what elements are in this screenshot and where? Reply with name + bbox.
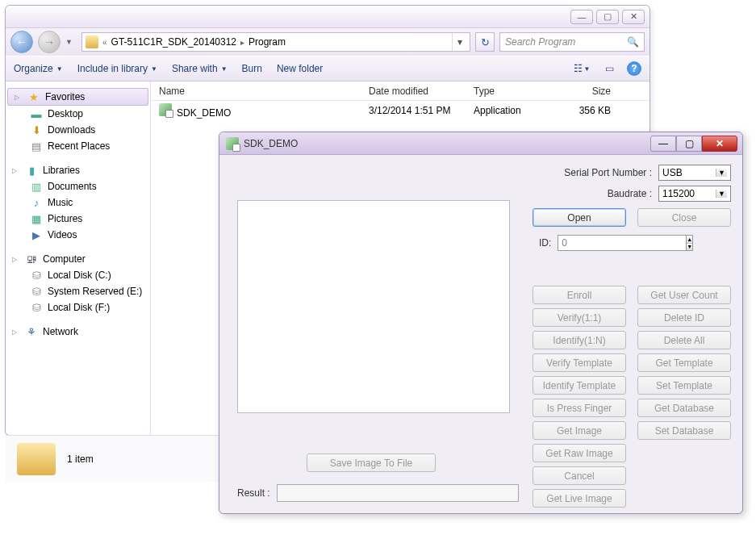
nav-favorites[interactable]: ▷★Favorites bbox=[7, 88, 148, 106]
chevron-down-icon: ▼ bbox=[716, 169, 727, 177]
verify-template-button[interactable]: Verify Template bbox=[533, 353, 626, 372]
disk-icon: ⛁ bbox=[30, 285, 43, 298]
nav-computer[interactable]: ▷🖳Computer bbox=[6, 251, 150, 267]
back-button[interactable]: ← bbox=[10, 31, 33, 53]
image-preview bbox=[237, 200, 510, 413]
breadcrumb[interactable]: « GT-511C1R_SDK_20140312 ▸ Program ▾ bbox=[81, 32, 470, 52]
maximize-button[interactable]: ▢ bbox=[596, 10, 619, 24]
organize-menu[interactable]: Organize▼ bbox=[14, 63, 63, 74]
close-button[interactable]: ✕ bbox=[622, 10, 645, 24]
verify-button[interactable]: Verify(1:1) bbox=[533, 308, 626, 327]
help-button[interactable]: ? bbox=[627, 61, 641, 76]
disk-icon: ⛁ bbox=[30, 269, 43, 282]
libraries-icon: ▮ bbox=[25, 164, 38, 177]
breadcrumb-prefix: « bbox=[102, 38, 107, 47]
chevron-right-icon: ▸ bbox=[240, 38, 244, 47]
serial-port-combo[interactable]: USB▼ bbox=[658, 165, 731, 181]
newfolder-button[interactable]: New folder bbox=[277, 63, 323, 74]
application-icon bbox=[226, 137, 239, 150]
identify-button[interactable]: Identify(1:N) bbox=[533, 331, 626, 349]
cancel-button[interactable]: Cancel bbox=[533, 466, 626, 485]
file-name: SDK_DEMO bbox=[177, 107, 231, 119]
nav-libraries[interactable]: ▷▮Libraries bbox=[6, 162, 150, 178]
get-database-button[interactable]: Get Database bbox=[637, 399, 731, 417]
share-menu[interactable]: Share with▼ bbox=[172, 63, 228, 74]
result-output bbox=[277, 484, 519, 502]
breadcrumb-seg[interactable]: Program bbox=[249, 36, 286, 48]
nav-network[interactable]: ▷⚘Network bbox=[6, 324, 150, 340]
forward-button[interactable]: → bbox=[38, 31, 61, 53]
get-template-button[interactable]: Get Template bbox=[637, 353, 731, 372]
get-live-image-button[interactable]: Get Live Image bbox=[533, 489, 626, 508]
spin-down[interactable]: ▼ bbox=[687, 244, 692, 251]
explorer-navbar: ← → ▼ « GT-511C1R_SDK_20140312 ▸ Program… bbox=[6, 28, 649, 56]
computer-icon: 🖳 bbox=[25, 253, 38, 265]
star-icon: ★ bbox=[27, 90, 40, 103]
music-icon: ♪ bbox=[30, 196, 43, 209]
file-row[interactable]: SDK_DEMO 3/12/2014 1:51 PM Application 3… bbox=[151, 101, 649, 120]
refresh-button[interactable]: ↻ bbox=[475, 32, 495, 52]
nav-music[interactable]: ♪Music bbox=[6, 194, 150, 211]
nav-documents[interactable]: ▥Documents bbox=[6, 178, 150, 194]
application-icon bbox=[159, 103, 172, 116]
delete-all-button[interactable]: Delete All bbox=[637, 331, 731, 349]
explorer-titlebar: ― ▢ ✕ bbox=[6, 6, 649, 28]
close-button[interactable]: ✕ bbox=[702, 136, 737, 152]
include-menu[interactable]: Include in library▼ bbox=[77, 63, 157, 74]
nav-pictures[interactable]: ▦Pictures bbox=[6, 211, 150, 227]
breadcrumb-dropdown[interactable]: ▾ bbox=[452, 33, 466, 51]
is-press-finger-button[interactable]: Is Press Finger bbox=[533, 399, 626, 417]
nav-disk-e[interactable]: ⛁System Reserved (E:) bbox=[6, 283, 150, 299]
id-input[interactable] bbox=[558, 235, 687, 251]
search-input[interactable]: Search Program 🔍 bbox=[499, 32, 645, 52]
file-size: 356 KB bbox=[554, 105, 619, 116]
history-dropdown[interactable]: ▼ bbox=[65, 38, 77, 46]
minimize-button[interactable]: ― bbox=[650, 136, 676, 152]
search-placeholder: Search Program bbox=[505, 36, 575, 48]
breadcrumb-seg[interactable]: GT-511C1R_SDK_20140312 bbox=[111, 36, 236, 48]
view-menu[interactable]: ☷ ▼ bbox=[572, 61, 591, 77]
baudrate-label: Baudrate : bbox=[608, 188, 652, 199]
preview-pane-button[interactable]: ▭ bbox=[599, 61, 619, 77]
nav-disk-c[interactable]: ⛁Local Disk (C:) bbox=[6, 267, 150, 283]
open-button[interactable]: Open bbox=[533, 208, 626, 227]
sdk-titlebar: SDK_DEMO ― ▢ ✕ bbox=[219, 132, 742, 155]
spin-up[interactable]: ▲ bbox=[687, 236, 692, 244]
close-conn-button[interactable]: Close bbox=[637, 208, 731, 227]
videos-icon: ▶ bbox=[30, 228, 43, 241]
burn-button[interactable]: Burn bbox=[242, 63, 262, 74]
nav-downloads[interactable]: ⬇Downloads bbox=[6, 122, 150, 138]
set-template-button[interactable]: Set Template bbox=[637, 376, 731, 395]
network-icon: ⚘ bbox=[25, 325, 38, 338]
baudrate-combo[interactable]: 115200▼ bbox=[658, 186, 731, 202]
sdk-demo-window: SDK_DEMO ― ▢ ✕ Serial Port Number : USB▼… bbox=[219, 132, 743, 514]
get-user-count-button[interactable]: Get User Count bbox=[637, 286, 731, 304]
nav-videos[interactable]: ▶Videos bbox=[6, 227, 150, 243]
window-title: SDK_DEMO bbox=[244, 138, 298, 149]
get-image-button[interactable]: Get Image bbox=[533, 421, 626, 440]
nav-pane: ▷★Favorites ▬Desktop ⬇Downloads ▤Recent … bbox=[6, 82, 151, 435]
folder-icon bbox=[86, 36, 98, 48]
nav-desktop[interactable]: ▬Desktop bbox=[6, 106, 150, 122]
set-database-button[interactable]: Set Database bbox=[637, 421, 731, 440]
id-label: ID: bbox=[539, 237, 551, 249]
save-image-button[interactable]: Save Image To File bbox=[307, 453, 436, 472]
col-name[interactable]: Name bbox=[151, 86, 361, 97]
col-type[interactable]: Type bbox=[466, 86, 554, 97]
delete-id-button[interactable]: Delete ID bbox=[637, 308, 731, 327]
col-date[interactable]: Date modified bbox=[361, 86, 466, 97]
minimize-button[interactable]: ― bbox=[570, 10, 593, 24]
documents-icon: ▥ bbox=[30, 180, 43, 193]
id-spinner[interactable]: ▲▼ bbox=[558, 235, 638, 251]
enroll-button[interactable]: Enroll bbox=[533, 286, 626, 304]
maximize-button[interactable]: ▢ bbox=[676, 136, 702, 152]
identify-template-button[interactable]: Identify Template bbox=[533, 376, 626, 395]
nav-disk-f[interactable]: ⛁Local Disk (F:) bbox=[6, 299, 150, 316]
nav-recent[interactable]: ▤Recent Places bbox=[6, 138, 150, 154]
chevron-down-icon: ▼ bbox=[716, 190, 727, 198]
get-raw-image-button[interactable]: Get Raw Image bbox=[533, 444, 626, 462]
col-size[interactable]: Size bbox=[554, 86, 619, 97]
folder-icon bbox=[17, 443, 56, 475]
column-headers: Name Date modified Type Size bbox=[151, 82, 649, 101]
file-type: Application bbox=[466, 105, 554, 116]
